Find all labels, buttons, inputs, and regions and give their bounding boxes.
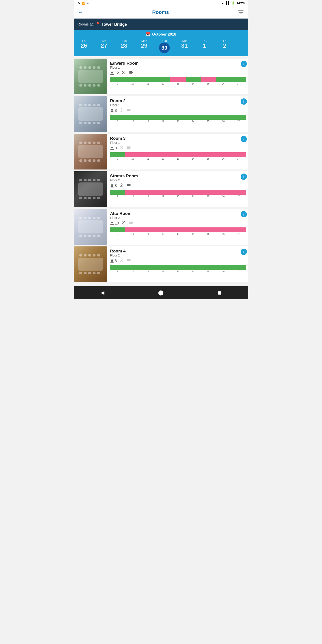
time-slot-0[interactable]	[110, 77, 125, 82]
time-slot-2[interactable]	[140, 265, 156, 270]
time-slot-0[interactable]	[110, 115, 125, 120]
info-button-edward-room[interactable]: i	[240, 61, 247, 67]
time-slot-6[interactable]	[200, 228, 216, 232]
time-slot-4[interactable]	[170, 228, 186, 232]
time-slot-7[interactable]	[216, 77, 231, 82]
room-capacity-alto-room: 10	[110, 221, 119, 226]
time-slot-1[interactable]	[125, 152, 140, 157]
time-slot-2[interactable]	[140, 115, 156, 120]
room-name-room-2: Room 2	[110, 98, 246, 103]
time-slot-8[interactable]	[231, 152, 246, 157]
info-button-room-2[interactable]: i	[240, 98, 247, 105]
date-item-31[interactable]: Wed31	[174, 38, 194, 54]
time-slot-7[interactable]	[216, 265, 231, 270]
time-slot-3[interactable]	[156, 265, 170, 270]
time-slot-7[interactable]	[216, 190, 231, 195]
time-slot-2[interactable]	[140, 77, 156, 82]
time-slot-7[interactable]	[216, 152, 231, 157]
timeline-room-4: 91011121314151617	[110, 265, 246, 273]
time-slot-8[interactable]	[231, 265, 246, 270]
time-slot-3[interactable]	[156, 77, 170, 82]
date-item-26[interactable]: Fri26	[74, 38, 94, 54]
time-slot-7[interactable]	[216, 115, 231, 120]
time-slot-1[interactable]	[125, 190, 140, 195]
back-nav-button[interactable]: ◀	[96, 288, 109, 297]
info-button-room-4[interactable]: i	[240, 249, 247, 255]
time-slot-4[interactable]	[170, 190, 186, 195]
time-slot-8[interactable]	[231, 228, 246, 232]
date-item-30[interactable]: Tue30	[154, 38, 174, 54]
page-title: Rooms	[152, 10, 169, 15]
date-item-29[interactable]: Mon29	[134, 38, 154, 54]
date-item-28[interactable]: Sun28	[114, 38, 134, 54]
time-slot-5[interactable]	[186, 152, 201, 157]
day-name: Sun	[122, 39, 126, 42]
time-slot-0[interactable]	[110, 190, 125, 195]
info-button-stratus-room[interactable]: i	[240, 174, 247, 180]
time-label: 16	[216, 233, 231, 235]
room-card-room-3[interactable]: iRoom 3Floor 1 891011121314151617	[74, 134, 248, 170]
time-slot-1[interactable]	[125, 265, 140, 270]
time-label: 9	[110, 82, 125, 85]
time-slot-4[interactable]	[170, 115, 186, 120]
time-slot-5[interactable]	[186, 190, 201, 195]
time-slot-3[interactable]	[156, 152, 170, 157]
location-name: Tower Bridge	[102, 22, 127, 27]
home-nav-button[interactable]: ⬤	[154, 288, 168, 297]
time-slot-2[interactable]	[140, 152, 156, 157]
time-slot-1[interactable]	[125, 228, 140, 232]
time-slot-7[interactable]	[216, 228, 231, 232]
room-floor-stratus-room: Floor 2	[110, 178, 246, 182]
time-slot-5[interactable]	[186, 228, 201, 232]
room-card-edward-room[interactable]: iEdward RoomFloor 1 1291011121314151617	[74, 58, 248, 94]
svg-rect-60	[80, 272, 82, 274]
time-label: 10	[125, 270, 140, 273]
time-slot-8[interactable]	[231, 77, 246, 82]
time-slot-0[interactable]	[110, 265, 125, 270]
room-card-room-4[interactable]: iRoom 4Floor 2 691011121314151617	[74, 246, 248, 282]
time-slot-3[interactable]	[156, 190, 170, 195]
time-slot-4[interactable]	[170, 152, 186, 157]
time-slot-0[interactable]	[110, 152, 125, 157]
time-slot-6[interactable]	[200, 77, 216, 82]
time-slot-2[interactable]	[140, 190, 156, 195]
filter-button[interactable]	[237, 9, 245, 16]
back-button[interactable]: ←	[77, 8, 84, 16]
time-slot-6[interactable]	[200, 152, 216, 157]
time-slot-6[interactable]	[200, 115, 216, 120]
svg-rect-23	[97, 104, 100, 106]
time-slot-8[interactable]	[231, 190, 246, 195]
room-meta-room-3: 8	[110, 145, 246, 151]
time-slot-4[interactable]	[170, 77, 186, 82]
recent-nav-button[interactable]: ◼	[213, 288, 226, 297]
svg-rect-29	[84, 160, 86, 162]
time-slot-2[interactable]	[140, 228, 156, 232]
time-slot-0[interactable]	[110, 228, 125, 232]
room-card-stratus-room[interactable]: iStratus RoomFloor 2 891011121314151617	[74, 171, 248, 207]
room-card-room-2[interactable]: iRoom 2Floor 1 891011121314151617	[74, 96, 248, 132]
room-photo-edward-room	[74, 58, 107, 94]
date-item-1[interactable]: Thu1	[194, 38, 215, 54]
date-item-2[interactable]: Fri2	[215, 38, 235, 54]
date-scroll[interactable]: Fri26Sat27Sun28Mon29Tue30Wed31Thu1Fri2	[74, 37, 248, 56]
time-slot-5[interactable]	[186, 77, 201, 82]
day-name: Tue	[162, 39, 167, 42]
svg-rect-51	[84, 234, 86, 237]
date-item-27[interactable]: Sat27	[94, 38, 114, 54]
time-slot-3[interactable]	[156, 228, 170, 232]
info-button-alto-room[interactable]: i	[240, 211, 247, 217]
time-slot-3[interactable]	[156, 115, 170, 120]
time-slot-6[interactable]	[200, 265, 216, 270]
time-slot-1[interactable]	[125, 115, 140, 120]
room-card-alto-room[interactable]: iAlto RoomFloor 2 1091011121314151617	[74, 209, 248, 245]
time-slot-4[interactable]	[170, 265, 186, 270]
time-label: 10	[125, 82, 140, 85]
info-button-room-3[interactable]: i	[240, 136, 247, 142]
svg-rect-18	[84, 122, 86, 124]
svg-rect-61	[84, 254, 86, 256]
time-slot-5[interactable]	[186, 265, 201, 270]
time-slot-6[interactable]	[200, 190, 216, 195]
time-slot-5[interactable]	[186, 115, 201, 120]
time-slot-8[interactable]	[231, 115, 246, 120]
time-slot-1[interactable]	[125, 77, 140, 82]
